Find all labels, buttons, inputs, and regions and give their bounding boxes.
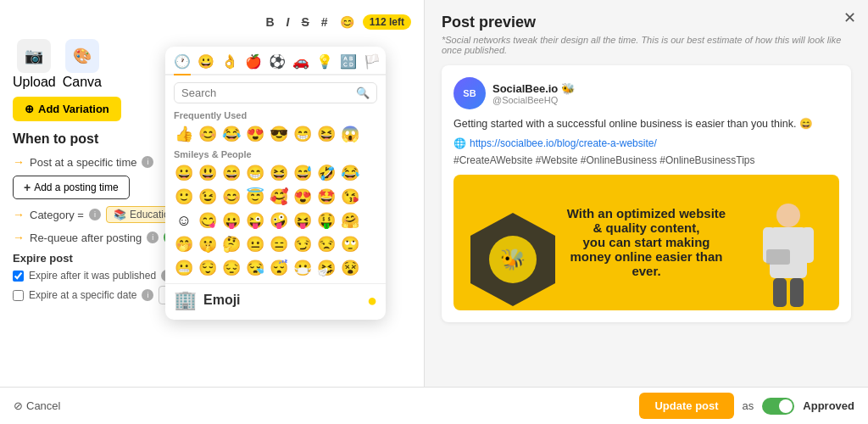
- emoji-cell[interactable]: 😂: [220, 122, 243, 146]
- emoji-tab-symbols[interactable]: 🔠: [340, 53, 357, 74]
- emoji-cell[interactable]: 🤔: [220, 232, 243, 256]
- emoji-cell[interactable]: 😉: [196, 185, 220, 209]
- emoji-cell[interactable]: 🙂: [172, 185, 196, 209]
- post-header: SB SocialBee.io 🐝 @SocialBeeHQ: [453, 77, 839, 109]
- smileys-people-title: Smileys & People: [165, 146, 386, 161]
- emoji-cell[interactable]: 😷: [291, 256, 314, 280]
- post-link[interactable]: https://socialbee.io/blog/create-a-websi…: [453, 137, 839, 149]
- category-label: Category =: [30, 209, 84, 221]
- emoji-footer-building-icon: 🏢: [174, 289, 197, 311]
- emoji-cell[interactable]: 😵: [338, 256, 362, 280]
- emoji-cell[interactable]: 😍: [291, 185, 314, 209]
- emoji-search-box[interactable]: 🔍: [174, 82, 377, 103]
- emoji-tab-flags[interactable]: 🏳️: [364, 53, 381, 74]
- emoji-cell[interactable]: 🙄: [338, 232, 362, 256]
- emoji-footer: 🏢 Emoji ●: [165, 283, 386, 316]
- add-posting-time-button[interactable]: + Add a posting time: [13, 176, 130, 199]
- emoji-search-input[interactable]: [181, 86, 353, 99]
- emoji-tab-travel[interactable]: 🚗: [292, 53, 309, 74]
- emoji-cell[interactable]: 😅: [291, 161, 314, 185]
- emoji-cell[interactable]: 🤫: [196, 232, 220, 256]
- emoji-tab-clock[interactable]: 🕐: [174, 53, 191, 75]
- emoji-cell[interactable]: 😋: [196, 209, 220, 232]
- upload-label: Upload: [13, 75, 56, 90]
- emoji-cell[interactable]: 😏: [291, 232, 314, 256]
- emoji-cell[interactable]: ☺️: [172, 209, 196, 232]
- svg-rect-8: [790, 278, 804, 307]
- expire-published-checkbox[interactable]: [13, 271, 24, 282]
- emoji-cell[interactable]: 😝: [291, 209, 314, 232]
- emoji-cell[interactable]: 🤣: [314, 161, 338, 185]
- cancel-button[interactable]: ⊘ Cancel: [14, 399, 60, 412]
- emoji-button[interactable]: 😊: [337, 14, 358, 31]
- frequently-used-title: Frequently Used: [165, 107, 386, 122]
- post-card: SB SocialBee.io 🐝 @SocialBeeHQ Getting s…: [442, 65, 851, 322]
- emoji-cell[interactable]: 😬: [172, 256, 196, 280]
- emoji-cell[interactable]: 😂: [338, 161, 362, 185]
- add-variation-button[interactable]: ⊕ Add Variation: [13, 97, 121, 121]
- emoji-cell[interactable]: 😜: [243, 209, 267, 232]
- post-preview-panel: ✕ Post preview *Social networks tweak th…: [424, 0, 868, 424]
- expire-date-checkbox[interactable]: [13, 290, 24, 301]
- emoji-cell[interactable]: 😑: [267, 232, 291, 256]
- emoji-cell[interactable]: 😁: [291, 122, 314, 146]
- plus-icon: +: [24, 181, 31, 194]
- add-posting-time-label: Add a posting time: [34, 181, 118, 193]
- emoji-cell[interactable]: 😇: [243, 185, 267, 209]
- svg-rect-9: [766, 249, 790, 265]
- emoji-tab-objects[interactable]: 💡: [316, 53, 333, 74]
- svg-rect-6: [802, 227, 814, 263]
- emoji-cell[interactable]: 😔: [220, 256, 243, 280]
- emoji-cell[interactable]: 😃: [196, 161, 220, 185]
- emoji-tab-gestures[interactable]: 👌: [221, 53, 238, 74]
- upload-icon-box[interactable]: 📷 Upload: [13, 39, 56, 90]
- emoji-footer-label: Emoji: [203, 293, 360, 308]
- expire-date-label: Expire at a specific date: [29, 289, 136, 301]
- emoji-cell[interactable]: 🤪: [267, 209, 291, 232]
- emoji-cell[interactable]: 😘: [338, 185, 362, 209]
- emoji-tab-food[interactable]: 🍎: [245, 53, 262, 74]
- emoji-cell[interactable]: 🤩: [314, 185, 338, 209]
- requeue-info-icon[interactable]: i: [147, 232, 159, 243]
- emoji-cell[interactable]: 🤗: [338, 209, 362, 232]
- hashtag-button[interactable]: #: [318, 14, 331, 31]
- category-info-icon[interactable]: i: [89, 209, 101, 220]
- emoji-cell[interactable]: 😁: [243, 161, 267, 185]
- emoji-tab-smileys[interactable]: 😀: [198, 53, 214, 74]
- emoji-cell[interactable]: 😱: [338, 122, 362, 146]
- emoji-cell[interactable]: 🥰: [267, 185, 291, 209]
- strikethrough-button[interactable]: S: [298, 14, 313, 31]
- emoji-cell[interactable]: 😆: [314, 122, 338, 146]
- emoji-cell[interactable]: 😀: [172, 161, 196, 185]
- svg-text:🐝: 🐝: [500, 247, 526, 271]
- post-time-info-icon[interactable]: i: [142, 156, 153, 168]
- update-post-button[interactable]: Update post: [639, 393, 733, 419]
- emoji-cell[interactable]: 😊: [196, 122, 220, 146]
- close-button[interactable]: ✕: [843, 8, 856, 27]
- post-image-text: With an optimized website & quality cont…: [537, 206, 757, 278]
- italic-button[interactable]: I: [283, 14, 293, 31]
- emoji-cell[interactable]: 😍: [243, 122, 267, 146]
- emoji-cell[interactable]: 😆: [267, 161, 291, 185]
- canva-icon-box[interactable]: 🎨 Canva: [63, 39, 102, 90]
- emoji-tab-sports[interactable]: ⚽: [269, 53, 286, 74]
- approved-toggle[interactable]: [762, 398, 794, 415]
- emoji-cell[interactable]: 🤧: [314, 256, 338, 280]
- emoji-cell[interactable]: 😊: [220, 185, 243, 209]
- emoji-cell[interactable]: 😪: [243, 256, 267, 280]
- bold-button[interactable]: B: [262, 14, 277, 31]
- emoji-cell[interactable]: 😐: [243, 232, 267, 256]
- category-icon: 📚: [114, 209, 126, 220]
- emoji-cell[interactable]: 😎: [267, 122, 291, 146]
- emoji-cell[interactable]: 😴: [267, 256, 291, 280]
- emoji-cell[interactable]: 👍: [172, 122, 196, 146]
- expire-date-info-icon[interactable]: i: [142, 289, 153, 301]
- canva-icon: 🎨: [65, 39, 99, 73]
- arrow-right-icon: →: [13, 155, 25, 169]
- emoji-cell[interactable]: 😛: [220, 209, 243, 232]
- emoji-cell[interactable]: 😄: [220, 161, 243, 185]
- emoji-cell[interactable]: 🤭: [172, 232, 196, 256]
- emoji-cell[interactable]: 😌: [196, 256, 220, 280]
- emoji-cell[interactable]: 🤑: [314, 209, 338, 232]
- emoji-cell[interactable]: 😒: [314, 232, 338, 256]
